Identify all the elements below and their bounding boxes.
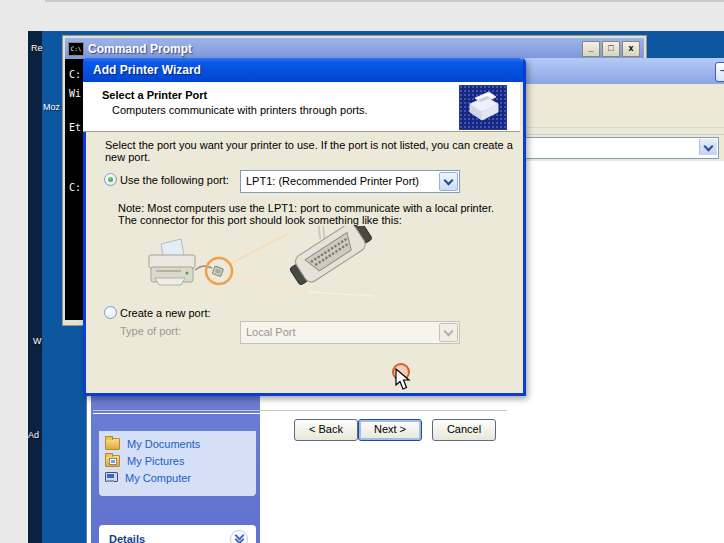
chevron-down-icon	[704, 141, 714, 151]
my-pictures-folder-icon	[105, 455, 120, 467]
wizard-body: Select the port you want your printer to…	[83, 132, 520, 393]
back-button[interactable]: < Back	[294, 419, 358, 441]
command-prompt-icon: C:\	[68, 42, 84, 56]
desktop-icon-label[interactable]: Moz	[43, 102, 60, 112]
port-combobox-dropdown-button[interactable]	[439, 172, 458, 191]
note-text: The connector for this port should look …	[118, 214, 402, 226]
port-type-dropdown-button	[439, 323, 458, 342]
wizard-title: Add Printer Wizard	[93, 63, 201, 77]
wizard-titlebar: Add Printer Wizard	[83, 58, 523, 82]
other-places-panel: My Documents My Pictures My Computer	[99, 431, 256, 496]
sidebar-item-my-pictures[interactable]: My Pictures	[99, 452, 256, 469]
port-type-combobox: Local Port	[240, 321, 460, 344]
command-prompt-titlebar[interactable]: C:\ Command Prompt _ □ x	[65, 38, 644, 59]
type-of-port-label: Type of port:	[120, 325, 181, 337]
radio-label: Use the following port:	[120, 174, 229, 186]
screen: Re Moz W Ad C:\ Command Prompt _ □ x C: …	[0, 0, 724, 543]
small-printer-graphic	[149, 239, 195, 285]
minimize-button[interactable]: _	[582, 41, 600, 57]
my-computer-icon	[105, 472, 118, 483]
console-text: C:	[69, 69, 81, 80]
details-panel-header[interactable]: Details	[99, 525, 256, 543]
my-documents-folder-icon	[105, 438, 120, 450]
printer-icon	[459, 85, 507, 130]
maximize-button[interactable]: □	[602, 41, 620, 57]
close-button[interactable]: x	[622, 41, 640, 57]
printer-port-illustration	[141, 226, 433, 306]
chevron-down-icon	[444, 176, 454, 186]
minimize-button[interactable]: −	[715, 62, 724, 82]
radio-use-following-port[interactable]	[104, 173, 117, 186]
radio-label: Create a new port:	[120, 307, 211, 319]
port-combobox-value: LPT1: (Recommended Printer Port)	[246, 175, 419, 187]
details-collapse-button[interactable]	[230, 530, 248, 543]
desktop-icon-label[interactable]: Re	[31, 43, 43, 53]
sidebar-item-my-documents[interactable]: My Documents	[99, 435, 256, 452]
wizard-header: Select a Printer Port Computers communic…	[83, 82, 520, 132]
port-combobox[interactable]: LPT1: (Recommended Printer Port)	[240, 170, 460, 193]
add-printer-wizard-dialog: Add Printer Wizard Select a Printer Port…	[83, 58, 526, 396]
port-type-value: Local Port	[246, 326, 296, 338]
chevron-down-icon	[444, 327, 454, 337]
sidebar-item-label: My Documents	[127, 438, 200, 450]
sidebar-item-label: My Computer	[125, 472, 191, 484]
sidebar-item-my-computer[interactable]: My Computer	[99, 469, 256, 486]
mouse-cursor	[395, 368, 411, 394]
button-row-divider	[93, 410, 507, 414]
wizard-step-subtitle: Computers communicate with printers thro…	[112, 104, 368, 116]
sidebar-item-label: My Pictures	[127, 455, 184, 467]
details-title: Details	[109, 533, 145, 543]
console-text: Et	[69, 122, 81, 133]
command-prompt-title: Command Prompt	[88, 42, 192, 56]
desktop-icon-label[interactable]: W	[33, 336, 42, 346]
top-divider	[45, 0, 724, 2]
note-text: Note: Most computers use the LPT1: port …	[118, 202, 494, 214]
intro-text: new port.	[105, 151, 150, 163]
console-text: Wi	[69, 88, 81, 99]
cancel-button[interactable]: Cancel	[432, 419, 496, 441]
address-dropdown-button[interactable]	[699, 139, 717, 155]
desktop-edge-strip	[28, 31, 42, 543]
console-text: C:	[69, 182, 81, 193]
wizard-step-title: Select a Printer Port	[102, 89, 207, 101]
next-button[interactable]: Next >	[358, 419, 422, 441]
desktop-icon-label[interactable]: Ad	[28, 430, 39, 440]
intro-text: Select the port you want your printer to…	[105, 139, 513, 151]
radio-create-new-port[interactable]	[104, 306, 117, 319]
caption-buttons: _ □ x	[580, 41, 640, 57]
